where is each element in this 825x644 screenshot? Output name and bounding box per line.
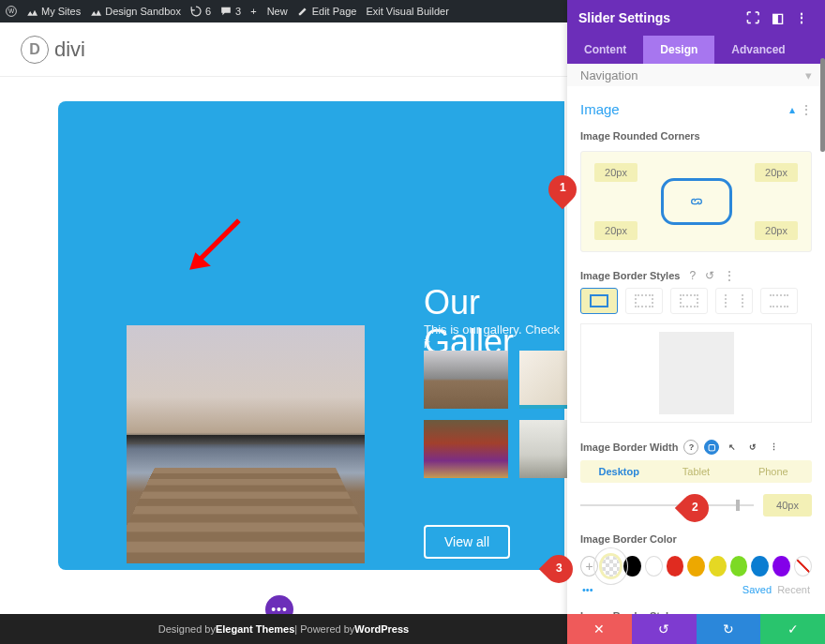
panel-scrollbar[interactable] (820, 58, 825, 152)
site-footer: Designed by Elegant Themes | Powered by … (0, 614, 567, 644)
snap-icon[interactable]: ◧ (765, 10, 789, 25)
edit-page-link[interactable]: Edit Page (297, 6, 357, 17)
section-image[interactable]: Image ▴ ⋮ (567, 86, 825, 121)
color-swatch[interactable] (772, 556, 790, 577)
device-tabs: Desktop Tablet Phone (580, 460, 812, 483)
annotation-arrow-icon (186, 216, 244, 277)
kebab-icon[interactable]: ⋮ (801, 103, 812, 116)
cancel-button[interactable]: ✕ (567, 614, 632, 644)
panel-tabs: Content Design Advanced (567, 36, 825, 64)
slider-main-image[interactable] (127, 325, 365, 563)
panel-title: Slider Settings (578, 10, 670, 25)
corner-tr-input[interactable]: 20px (755, 163, 798, 182)
reset-icon[interactable]: ↺ (705, 269, 714, 282)
site-logo[interactable]: D divi (21, 36, 85, 64)
help-icon[interactable]: ? (689, 269, 696, 282)
wp-logo[interactable]: W (6, 6, 17, 17)
responsive-icon[interactable]: ▢ (704, 440, 719, 455)
label-border-width: Image Border Width ? ▢ ↖ ↺ ⋮ (567, 430, 825, 458)
chevron-up-icon: ▴ (789, 103, 795, 116)
slider-thumbnails (424, 351, 567, 478)
rounded-corners-control[interactable]: 20px 20px 20px 20px (580, 151, 812, 252)
slider-thumb[interactable] (424, 351, 508, 409)
hover-icon[interactable]: ↖ (725, 440, 740, 455)
save-button[interactable]: ✓ (760, 614, 825, 644)
label-rounded-corners: Image Rounded Corners (567, 121, 825, 147)
border-style-option[interactable] (625, 288, 663, 314)
color-swatch-none[interactable] (794, 556, 812, 577)
color-swatch[interactable] (709, 556, 727, 577)
slider-thumb[interactable] (519, 420, 567, 478)
logo-text: divi (54, 37, 85, 62)
exit-vb-link[interactable]: Exit Visual Builder (366, 6, 448, 17)
panel-body[interactable]: Navigation▾ Image ▴ ⋮ Image Rounded Corn… (567, 64, 825, 644)
tab-advanced[interactable]: Advanced (714, 36, 802, 64)
help-icon[interactable]: ? (683, 440, 698, 455)
border-width-slider[interactable] (580, 504, 754, 506)
chevron-down-icon: ▾ (805, 68, 812, 82)
more-colors-icon[interactable]: ••• (582, 584, 593, 595)
tab-content[interactable]: Content (567, 36, 643, 64)
device-phone[interactable]: Phone (735, 460, 812, 483)
kebab-icon[interactable]: ⋮ (789, 10, 814, 25)
my-sites-link[interactable]: My Sites (26, 6, 81, 17)
logo-icon: D (21, 36, 49, 64)
kebab-icon[interactable]: ⋮ (766, 440, 781, 455)
color-swatch[interactable] (645, 556, 663, 577)
slider-thumb[interactable] (424, 420, 508, 478)
color-swatch[interactable] (667, 556, 684, 577)
border-width-input[interactable]: 40px (763, 494, 812, 517)
redo-button[interactable]: ↻ (697, 614, 761, 644)
corner-link-toggle[interactable] (661, 178, 732, 225)
view-all-button[interactable]: View all (424, 525, 510, 559)
border-style-option[interactable] (670, 288, 708, 314)
corner-bl-input[interactable]: 20px (594, 221, 638, 240)
undo-button[interactable]: ↺ (632, 614, 697, 644)
footer-wp-link[interactable]: WordPress (354, 623, 409, 635)
kebab-icon[interactable]: ⋮ (724, 269, 735, 282)
settings-panel: Slider Settings ⛶ ◧ ⋮ Content Design Adv… (567, 0, 825, 644)
saved-colors-tab[interactable]: Saved (742, 584, 772, 595)
svg-text:W: W (8, 7, 15, 14)
corner-br-input[interactable]: 20px (755, 221, 798, 240)
fullscreen-icon[interactable]: ⛶ (741, 10, 765, 25)
border-preview (580, 323, 812, 423)
panel-header: Slider Settings ⛶ ◧ ⋮ (567, 0, 825, 36)
device-tablet[interactable]: Tablet (657, 460, 734, 483)
color-swatch[interactable] (730, 556, 748, 577)
color-swatch[interactable] (751, 556, 769, 577)
border-style-option[interactable] (760, 288, 798, 314)
gallery-subtitle: This is our gallery. Check it (424, 322, 567, 351)
updates-link[interactable]: 6 (190, 6, 211, 17)
label-border-styles: Image Border Styles (580, 270, 680, 281)
border-style-option[interactable] (580, 288, 618, 314)
page-canvas: Our Galler This is our gallery. Check it… (0, 77, 567, 614)
footer-brand-link[interactable]: Elegant Themes (216, 623, 294, 635)
svg-line-3 (197, 220, 238, 262)
device-desktop[interactable]: Desktop (580, 460, 657, 483)
panel-footer: ✕ ↺ ↻ ✓ (567, 614, 825, 644)
tab-design[interactable]: Design (643, 36, 714, 64)
color-swatches: + (567, 550, 825, 578)
border-style-option[interactable] (715, 288, 753, 314)
corner-tl-input[interactable]: 20px (594, 163, 638, 182)
color-swatch-transparent[interactable] (602, 556, 620, 577)
reset-icon[interactable]: ↺ (745, 440, 760, 455)
section-navigation[interactable]: Navigation▾ (567, 64, 825, 86)
recent-colors-tab[interactable]: Recent (777, 584, 810, 595)
new-content-link[interactable]: + New (250, 6, 288, 17)
site-name-link[interactable]: Design Sandbox (90, 6, 181, 17)
site-header: D divi (0, 22, 567, 77)
border-styles-picker (567, 282, 825, 316)
slider-thumb[interactable] (519, 351, 567, 409)
color-swatch[interactable] (687, 556, 705, 577)
comments-link[interactable]: 3 (220, 6, 241, 17)
